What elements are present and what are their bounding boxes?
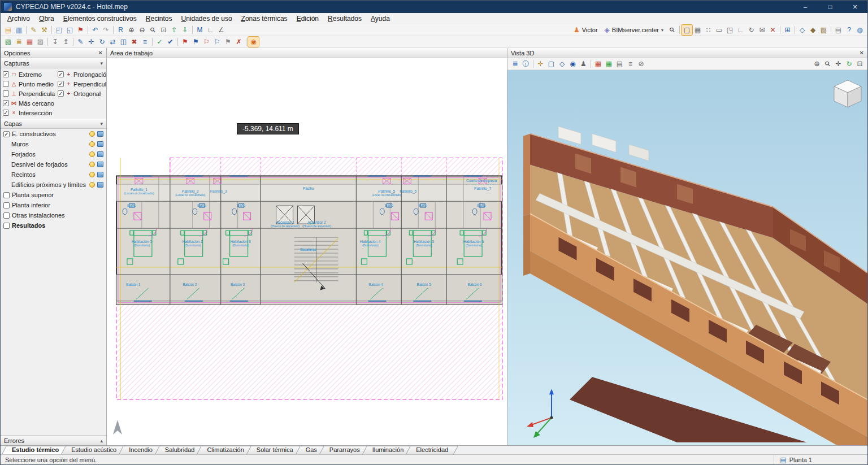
export-template-button[interactable]: ↥ — [60, 37, 71, 47]
reference-4-button[interactable]: ⚐ — [212, 37, 223, 47]
errors-header[interactable]: Errores ▴ — [1, 435, 106, 445]
fit-3d-button[interactable]: ⊡ — [854, 59, 865, 69]
results-query-button[interactable]: ◉ — [248, 37, 259, 47]
background-button[interactable]: ▨ — [35, 37, 46, 47]
layer-edificios-proximos-y-limites[interactable]: Edificios próximos y límites — [1, 180, 106, 190]
info-button[interactable]: ⓘ — [520, 59, 531, 69]
tab-incendio[interactable]: Incendio — [121, 446, 160, 454]
close-tool-button[interactable]: ✕ — [767, 25, 778, 35]
check-button[interactable]: ✓ — [154, 37, 165, 47]
tab-solar-termica[interactable]: Solar térmica — [249, 446, 301, 454]
move-button[interactable]: ✛ — [86, 37, 97, 47]
copy-button[interactable]: ◫ — [118, 37, 129, 47]
tab-estudio-acustico[interactable]: Estudio acústico — [63, 446, 124, 454]
screen-button[interactable]: ▭ — [714, 25, 724, 35]
close-view3d-icon[interactable]: ✕ — [860, 50, 864, 56]
views-button[interactable]: ◇ — [557, 59, 567, 69]
layer-desnivel-de-forjados[interactable]: Desnivel de forjados — [1, 159, 106, 170]
capture-prolongacion[interactable]: ✓+Prolongación — [55, 69, 106, 79]
layers-header[interactable]: Capas ▾ — [1, 119, 106, 129]
layer-otras-instalaciones[interactable]: Otras instalaciones — [1, 210, 106, 220]
close-button[interactable]: ✕ — [843, 1, 867, 13]
menu-zonas-termicas[interactable]: Zonas térmicas — [237, 15, 292, 23]
tab-salubridad[interactable]: Salubridad — [157, 446, 203, 454]
open-file-button[interactable]: ▤ — [3, 25, 14, 35]
checkbox[interactable]: ✓ — [3, 131, 10, 137]
checkbox[interactable]: ✓ — [58, 90, 64, 97]
split-view-button[interactable]: ⊞ — [782, 25, 793, 35]
model-tree-button[interactable]: ≣ — [510, 59, 520, 69]
search-button[interactable]: ⚲ — [665, 23, 679, 37]
layer-recintos[interactable]: Recintos — [1, 170, 106, 180]
capture-extremo[interactable]: ✓□Extremo — [1, 69, 55, 79]
menu-ayuda[interactable]: Ayuda — [366, 15, 394, 23]
floor-selector[interactable]: ▤ Planta 1 — [774, 455, 812, 464]
layer-visibility-bulb-icon[interactable] — [89, 151, 95, 157]
checkbox[interactable]: ✓ — [58, 71, 64, 77]
layer-forjados[interactable]: Forjados — [1, 149, 106, 159]
checkbox[interactable]: ✓ — [3, 110, 9, 116]
checkbox[interactable] — [3, 212, 10, 219]
checkbox[interactable] — [3, 90, 9, 97]
menu-unidades-de-uso[interactable]: Unidades de uso — [177, 15, 237, 23]
layer-visibility-bulb-icon[interactable] — [89, 172, 95, 177]
view3d-canvas[interactable] — [507, 70, 867, 445]
bimserver-menu[interactable]: ◈ BIMserver.center ▾ — [601, 26, 667, 34]
menu-obra[interactable]: Obra — [34, 15, 59, 23]
tab-climatizacion[interactable]: Climatización — [199, 446, 251, 454]
capture-mas-cercano[interactable]: ✓⋈Más cercano — [1, 98, 55, 108]
layer-print-icon[interactable] — [97, 151, 103, 157]
floor-plan[interactable]: Patinillo_1(Local no climatizado)BañoPat… — [107, 58, 507, 445]
snap-points-button[interactable]: ∷ — [703, 25, 714, 35]
verify-button[interactable]: ✔ — [165, 37, 176, 47]
comment-button[interactable]: ✉ — [757, 25, 767, 35]
tab-electricidad[interactable]: Electricidad — [408, 446, 456, 454]
reference-5-button[interactable]: ⚑ — [223, 37, 233, 47]
capture-ortogonal[interactable]: ✓+Ortogonal — [55, 89, 106, 98]
checkbox[interactable] — [3, 223, 10, 229]
layer-visibility-bulb-icon[interactable] — [89, 141, 95, 147]
layer-planta-inferior[interactable]: Planta inferior — [1, 200, 106, 210]
checkbox[interactable]: ✓ — [3, 100, 9, 106]
menu-edicion[interactable]: Edición — [292, 15, 323, 23]
measure-button[interactable]: ∟ — [205, 25, 216, 35]
capture-punto-medio[interactable]: △Punto medio — [1, 79, 55, 89]
layer-print-icon[interactable] — [97, 141, 103, 147]
checkbox[interactable]: ✓ — [58, 81, 64, 87]
view3d-scene[interactable] — [507, 70, 867, 445]
layer-print-icon[interactable] — [97, 172, 103, 177]
edit-work-button[interactable]: ✎ — [28, 25, 39, 35]
work-data-button[interactable]: ⚒ — [39, 25, 50, 35]
layer-planta-superior[interactable]: Planta superior — [1, 190, 106, 200]
layer-print-icon[interactable] — [97, 131, 103, 137]
frame-button[interactable]: M — [194, 25, 205, 35]
protractor-button[interactable]: ∠ — [216, 25, 227, 35]
orbit-button[interactable]: ↻ — [746, 25, 757, 35]
tab-iluminacion[interactable]: Iluminación — [364, 446, 412, 454]
bookmark-button[interactable]: ⚑ — [75, 25, 86, 35]
visibility-button[interactable]: ◉ — [567, 59, 578, 69]
checkbox[interactable]: ✓ — [3, 71, 9, 77]
adjust-button[interactable]: ≡ — [140, 37, 150, 47]
redraw-button[interactable]: R — [115, 25, 126, 35]
window-cascade-button[interactable]: ◱ — [64, 25, 75, 35]
layer-visibility-bulb-icon[interactable] — [89, 182, 95, 188]
menu-recintos[interactable]: Recintos — [141, 15, 177, 23]
reference-3-button[interactable]: ⚐ — [201, 37, 212, 47]
rotate-button[interactable]: ↻ — [97, 37, 107, 47]
grid-button[interactable]: ▦ — [692, 25, 703, 35]
layer-visibility-bulb-icon[interactable] — [89, 162, 95, 167]
close-options-icon[interactable]: ✕ — [98, 50, 103, 56]
checkbox[interactable] — [3, 202, 10, 208]
capture-interseccion[interactable]: ✓×Intersección — [1, 108, 55, 118]
redo-button[interactable]: ↷ — [101, 25, 111, 35]
tab-pararrayos[interactable]: Pararrayos — [322, 446, 368, 454]
help-button[interactable]: ? — [844, 25, 854, 35]
import-template-button[interactable]: ↧ — [50, 37, 60, 47]
layer-muros[interactable]: Muros — [1, 139, 106, 149]
floor-down-button[interactable]: ⇩ — [180, 25, 190, 35]
green-view-button[interactable]: ▦ — [604, 59, 614, 69]
reference-delete-button[interactable]: ✗ — [233, 37, 244, 47]
textures-button[interactable]: ▨ — [818, 25, 829, 35]
maximize-button[interactable]: □ — [818, 1, 843, 13]
